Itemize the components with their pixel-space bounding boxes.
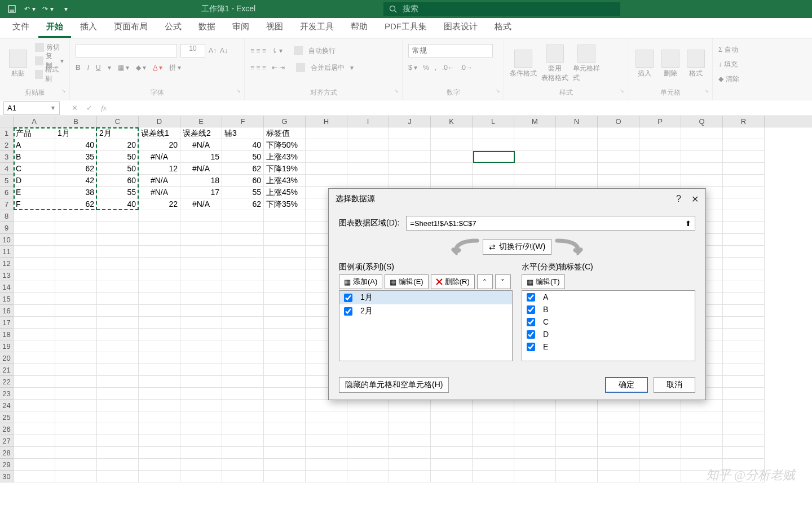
cell[interactable] [97,447,139,459]
cell[interactable] [14,423,55,435]
col-header-D[interactable]: D [139,116,180,127]
cell[interactable] [639,163,681,175]
cell[interactable] [556,471,598,482]
cell[interactable] [139,340,180,352]
cell[interactable]: 50 [222,151,264,163]
cell[interactable] [222,411,264,423]
cell[interactable] [97,376,139,388]
cell[interactable] [389,423,431,435]
col-header-C[interactable]: C [97,116,139,127]
cell[interactable] [514,459,556,471]
cell[interactable] [598,163,639,175]
cell[interactable]: 下降35% [264,198,306,210]
cell[interactable]: 上涨45% [264,187,306,198]
cell[interactable] [389,127,431,139]
cell[interactable] [473,163,514,175]
cell[interactable] [723,269,765,281]
cell[interactable] [723,163,765,175]
cell[interactable] [55,471,97,482]
cell[interactable] [473,139,514,151]
cell[interactable] [14,411,55,423]
save-icon[interactable] [5,3,19,15]
cell[interactable] [556,127,598,139]
cell[interactable] [180,459,222,471]
close-icon[interactable]: ✕ [691,194,699,205]
tab-页面布局[interactable]: 页面布局 [106,17,156,38]
cell[interactable] [598,459,639,471]
cell[interactable] [347,459,389,471]
legend-item-checkbox[interactable] [344,307,352,316]
cell[interactable] [97,411,139,423]
cell[interactable] [14,222,55,234]
cell[interactable] [222,258,264,269]
cell[interactable] [55,376,97,388]
cell[interactable] [556,139,598,151]
cell[interactable] [306,471,347,482]
delete-cells-button[interactable]: 删除 [660,41,681,87]
cell[interactable]: 产品 [14,127,55,139]
cell[interactable]: 50 [97,163,139,175]
col-header-I[interactable]: I [347,116,389,127]
cell[interactable] [347,139,389,151]
tab-插入[interactable]: 插入 [72,17,105,38]
cell[interactable] [222,459,264,471]
cell[interactable] [431,175,473,187]
cell[interactable] [139,329,180,340]
cell[interactable] [264,388,306,400]
row-header-17[interactable]: 17 [0,317,14,329]
cell[interactable] [473,411,514,423]
cell[interactable]: 2月 [97,127,139,139]
row-header-19[interactable]: 19 [0,340,14,352]
cell[interactable] [264,364,306,376]
cell[interactable] [264,400,306,411]
cell[interactable]: 62 [222,163,264,175]
cell[interactable] [723,400,765,411]
cell[interactable] [139,411,180,423]
cell[interactable] [139,352,180,364]
cell[interactable] [222,317,264,329]
cell[interactable]: 62 [55,198,97,210]
cell[interactable] [723,340,765,352]
cell[interactable]: F [14,198,55,210]
cell[interactable] [14,471,55,482]
row-header-13[interactable]: 13 [0,269,14,281]
tab-开发工具[interactable]: 开发工具 [292,17,342,38]
cell[interactable] [97,340,139,352]
cell[interactable] [347,411,389,423]
cell[interactable] [139,364,180,376]
cell[interactable] [306,175,347,187]
cell[interactable]: 60 [97,175,139,187]
cell[interactable] [180,400,222,411]
format-cells-button[interactable]: 格式 [685,41,707,87]
cond-format-button[interactable]: 条件格式 [510,41,537,87]
cell[interactable] [389,447,431,459]
tab-视图[interactable]: 视图 [258,17,291,38]
move-up-button[interactable]: ˄ [477,274,493,289]
row-header-29[interactable]: 29 [0,459,14,471]
cancel-formula-icon[interactable]: ✕ [68,102,81,114]
cell[interactable] [222,293,264,305]
axis-item-checkbox[interactable] [527,293,535,302]
cell[interactable]: 42 [55,175,97,187]
clear-button[interactable]: ◆ 清除 [718,72,769,86]
cell[interactable] [14,447,55,459]
cell[interactable] [723,198,765,210]
cell[interactable]: B [14,151,55,163]
cell[interactable] [222,246,264,258]
cell[interactable] [264,352,306,364]
cell[interactable] [97,435,139,447]
cell[interactable] [180,352,222,364]
cancel-button[interactable]: 取消 [654,377,695,393]
row-header-5[interactable]: 5 [0,175,14,187]
cell[interactable] [55,293,97,305]
row-header-24[interactable]: 24 [0,400,14,411]
cell[interactable] [431,435,473,447]
cell[interactable] [180,293,222,305]
tab-帮助[interactable]: 帮助 [343,17,376,38]
cell[interactable] [347,423,389,435]
cell[interactable] [180,471,222,482]
row-header-3[interactable]: 3 [0,151,14,163]
row-header-25[interactable]: 25 [0,411,14,423]
cell[interactable] [139,222,180,234]
edit-axis-button[interactable]: ▦编辑(T) [522,274,565,289]
